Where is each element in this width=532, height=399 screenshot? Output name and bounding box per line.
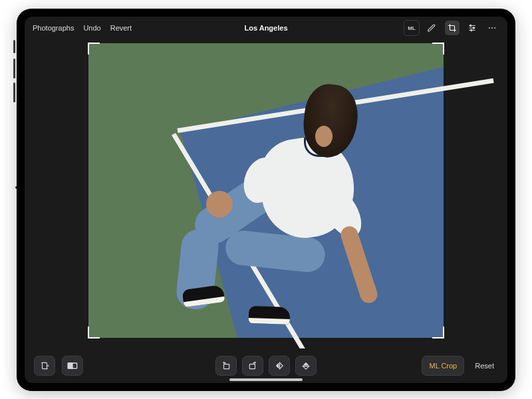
crop-handle-tr[interactable] bbox=[432, 43, 444, 55]
svg-point-1 bbox=[473, 27, 474, 29]
adjust-icon[interactable] bbox=[465, 21, 479, 35]
home-indicator[interactable] bbox=[229, 378, 303, 381]
crop-frame[interactable] bbox=[88, 43, 444, 338]
revert-button[interactable]: Revert bbox=[110, 24, 132, 32]
app-screen: Photographs Undo Revert Los Angeles ML bbox=[25, 17, 507, 383]
flip-vertical-button[interactable] bbox=[295, 356, 317, 376]
crop-icon[interactable] bbox=[445, 21, 460, 35]
reset-button[interactable]: Reset bbox=[471, 361, 498, 370]
rotate-ccw-button[interactable] bbox=[215, 356, 237, 376]
svg-rect-8 bbox=[224, 364, 229, 369]
svg-point-2 bbox=[471, 29, 472, 31]
canvas-area[interactable] bbox=[25, 39, 507, 348]
aspect-ratio-button[interactable] bbox=[34, 356, 55, 376]
svg-point-4 bbox=[491, 27, 493, 29]
device-button bbox=[13, 82, 15, 102]
undo-button[interactable]: Undo bbox=[83, 24, 100, 32]
svg-rect-9 bbox=[249, 364, 255, 369]
photo-subject bbox=[202, 84, 398, 326]
crop-handle-br[interactable] bbox=[432, 327, 444, 338]
brush-icon[interactable] bbox=[425, 21, 440, 35]
flip-horizontal-button[interactable] bbox=[269, 356, 290, 376]
device-button bbox=[13, 40, 15, 53]
ml-crop-button[interactable]: ML Crop bbox=[422, 356, 464, 376]
overlay-button[interactable] bbox=[62, 356, 83, 376]
ml-button[interactable]: ML bbox=[404, 20, 420, 36]
crop-handle-bl[interactable] bbox=[88, 327, 100, 338]
svg-point-5 bbox=[494, 27, 495, 29]
svg-point-0 bbox=[470, 25, 471, 26]
rotate-cw-button[interactable] bbox=[242, 356, 263, 376]
svg-rect-7 bbox=[68, 363, 72, 368]
more-icon[interactable] bbox=[485, 21, 499, 35]
library-back-button[interactable]: Photographs bbox=[33, 24, 74, 32]
tablet-frame: Photographs Undo Revert Los Angeles ML bbox=[17, 9, 515, 391]
top-toolbar: Photographs Undo Revert Los Angeles ML bbox=[25, 17, 507, 39]
svg-point-3 bbox=[489, 27, 490, 29]
device-button bbox=[13, 59, 15, 78]
